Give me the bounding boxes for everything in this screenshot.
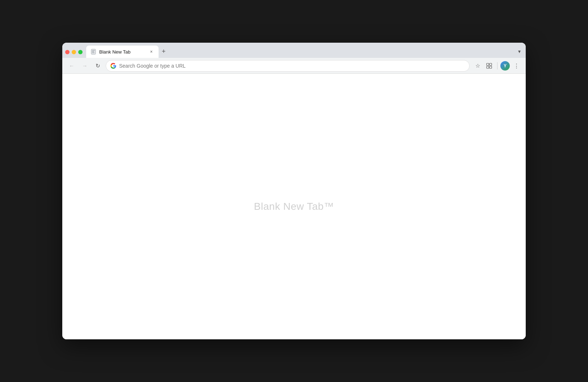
new-tab-button[interactable]: + xyxy=(159,46,169,56)
maximize-button[interactable] xyxy=(78,50,83,54)
extensions-button[interactable] xyxy=(484,61,494,71)
profile-avatar[interactable]: Y xyxy=(500,61,510,71)
back-button[interactable]: ← xyxy=(67,61,77,71)
tab-close-button[interactable]: × xyxy=(148,49,154,55)
browser-window: Blank New Tab × + ▾ ← → ↻ ☆ xyxy=(62,43,526,339)
menu-button[interactable]: ⋮ xyxy=(511,61,521,71)
svg-rect-6 xyxy=(487,66,489,68)
tab-favicon xyxy=(91,49,96,55)
toolbar: ← → ↻ ☆ xyxy=(62,58,526,74)
page-watermark: Blank New Tab™ xyxy=(254,201,334,212)
svg-rect-4 xyxy=(487,63,489,65)
title-bar: Blank New Tab × + ▾ xyxy=(62,43,526,58)
minimize-button[interactable] xyxy=(72,50,76,54)
forward-button[interactable]: → xyxy=(80,61,90,71)
toolbar-actions: ☆ Y ⋮ xyxy=(472,61,521,71)
svg-rect-7 xyxy=(490,66,492,68)
toolbar-divider xyxy=(497,62,497,69)
bookmark-button[interactable]: ☆ xyxy=(472,61,483,71)
tab-title: Blank New Tab xyxy=(99,49,146,55)
svg-rect-1 xyxy=(92,50,95,51)
traffic-lights xyxy=(65,50,83,58)
address-input[interactable] xyxy=(119,63,465,69)
svg-rect-5 xyxy=(490,63,492,65)
svg-rect-2 xyxy=(92,51,94,52)
close-button[interactable] xyxy=(65,50,70,54)
svg-rect-3 xyxy=(92,52,94,53)
active-tab[interactable]: Blank New Tab × xyxy=(86,46,159,58)
reload-button[interactable]: ↻ xyxy=(93,61,103,71)
profile-dropdown-icon[interactable]: ▾ xyxy=(516,48,523,55)
address-bar[interactable] xyxy=(106,60,470,72)
google-logo-icon xyxy=(110,63,116,69)
title-bar-right: ▾ xyxy=(516,48,523,58)
page-content: Blank New Tab™ xyxy=(62,74,526,339)
